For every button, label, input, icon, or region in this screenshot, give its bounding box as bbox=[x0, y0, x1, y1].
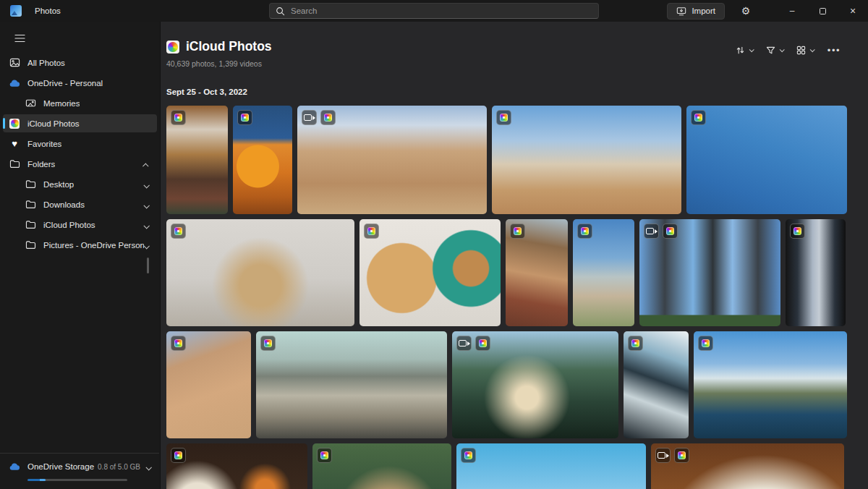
all-photos-icon bbox=[9, 57, 20, 69]
sidebar-item-icloud-photos[interactable]: iCloud Photos bbox=[3, 114, 157, 132]
search-placeholder: Search bbox=[291, 7, 317, 15]
chevron-down-icon[interactable] bbox=[144, 198, 148, 211]
video-badge-icon bbox=[644, 224, 659, 239]
sidebar-item-label: Folders bbox=[27, 160, 55, 169]
photo-tile-canyon-trail[interactable] bbox=[166, 331, 251, 438]
photo-tile-dinner-plate[interactable] bbox=[651, 443, 844, 489]
sidebar-item-all-photos[interactable]: All Photos bbox=[3, 54, 157, 72]
sidebar-item-onedrive-personal[interactable]: OneDrive - Personal bbox=[3, 74, 157, 92]
import-button[interactable]: Import bbox=[667, 3, 725, 20]
photo-tile-bikes-on-beach[interactable] bbox=[573, 219, 634, 326]
date-group-header: Sept 25 - Oct 3, 2022 bbox=[166, 88, 846, 96]
app-title: Photos bbox=[35, 7, 61, 15]
photo-badges bbox=[790, 224, 805, 239]
sidebar-item-favorites[interactable]: ♥ Favorites bbox=[3, 135, 157, 153]
photo-tile-eiffel-tower[interactable] bbox=[639, 219, 780, 326]
photo-tile-forest-sunbeams[interactable] bbox=[452, 331, 618, 438]
photo-tile-city-skyline[interactable] bbox=[256, 331, 447, 438]
sidebar-item-label: Pictures - OneDrive Personal bbox=[43, 241, 144, 250]
sidebar-item-pictures-onedrive[interactable]: Pictures - OneDrive Personal bbox=[3, 236, 157, 254]
photo-badges bbox=[698, 336, 713, 351]
chevron-down-icon bbox=[780, 47, 785, 52]
chevron-down-icon[interactable] bbox=[146, 460, 150, 473]
icloud-badge-icon bbox=[171, 110, 186, 125]
minimize-button[interactable]: – bbox=[777, 0, 807, 22]
photo-grid bbox=[166, 106, 847, 489]
icloud-badge-icon bbox=[674, 448, 689, 463]
photo-tile-joshua-tree-rocks[interactable] bbox=[297, 106, 487, 214]
import-icon bbox=[676, 7, 686, 16]
chevron-down-icon bbox=[810, 47, 815, 52]
photo-tile-dog-on-chair[interactable] bbox=[166, 219, 354, 326]
photo-badges bbox=[691, 110, 706, 125]
photo-tile-puppy-on-street[interactable] bbox=[506, 219, 568, 326]
photo-tile-lake-cliffs[interactable] bbox=[694, 331, 847, 438]
sidebar-item-label: All Photos bbox=[27, 59, 65, 67]
sidebar-item-memories[interactable]: Memories bbox=[3, 94, 157, 112]
hamburger-menu-button[interactable] bbox=[9, 29, 30, 48]
sidebar-item-label: Memories bbox=[43, 99, 80, 108]
photo-tile-puppy-in-forest[interactable] bbox=[312, 443, 451, 489]
photo-badges bbox=[644, 224, 678, 239]
storage-usage: 0.8 of 5.0 GB bbox=[98, 463, 140, 471]
chevron-up-icon[interactable] bbox=[144, 158, 148, 171]
icloud-badge-icon bbox=[698, 336, 713, 351]
icloud-badge-icon bbox=[171, 224, 186, 239]
sidebar-item-desktop[interactable]: Desktop bbox=[3, 175, 157, 193]
video-badge-icon bbox=[302, 110, 317, 125]
titlebar: Photos Search Import ⚙ – × bbox=[0, 0, 868, 22]
close-button[interactable]: × bbox=[838, 0, 868, 22]
icloud-badge-icon bbox=[577, 224, 592, 239]
icloud-badge-icon bbox=[496, 110, 511, 125]
photo-badges bbox=[461, 448, 476, 463]
photo-badges bbox=[510, 224, 525, 239]
photo-tile-louvre-pyramid[interactable] bbox=[786, 219, 846, 326]
photo-badges bbox=[171, 224, 186, 239]
icloud-photos-icon bbox=[9, 118, 20, 129]
photo-badges bbox=[628, 336, 643, 351]
photo-badges bbox=[260, 336, 276, 351]
chevron-down-icon[interactable] bbox=[144, 218, 148, 231]
chevron-down-icon[interactable] bbox=[144, 239, 148, 252]
onedrive-storage-panel: OneDrive Storage 0.8 of 5.0 GB bbox=[0, 453, 159, 489]
filter-icon bbox=[766, 46, 775, 55]
photo-badges bbox=[317, 448, 332, 463]
photo-tile-pizza-and-latte[interactable] bbox=[359, 219, 501, 326]
icloud-badge-icon bbox=[237, 110, 252, 125]
photo-badges bbox=[171, 110, 186, 125]
video-badge-icon bbox=[655, 448, 671, 463]
sidebar-item-icloud-photos-folder[interactable]: iCloud Photos bbox=[3, 216, 157, 234]
sort-button[interactable] bbox=[731, 41, 758, 59]
icloud-badge-icon bbox=[628, 336, 643, 351]
folder-icon bbox=[9, 158, 20, 170]
more-options-button[interactable]: ••• bbox=[822, 45, 846, 56]
heart-icon: ♥ bbox=[9, 138, 20, 150]
search-input[interactable]: Search bbox=[269, 3, 599, 19]
icloud-badge-icon bbox=[320, 110, 336, 125]
photo-tile-rocky-shoreline[interactable] bbox=[624, 331, 689, 438]
folder-icon bbox=[25, 219, 36, 231]
chevron-down-icon[interactable] bbox=[144, 178, 148, 191]
icloud-badge-icon bbox=[171, 336, 186, 351]
photo-tile-desert-joshua-trees[interactable] bbox=[492, 106, 681, 214]
photo-tile-orange-sun-mural[interactable] bbox=[233, 106, 292, 214]
photos-app-icon bbox=[10, 5, 22, 17]
sidebar-item-folders[interactable]: Folders bbox=[3, 155, 157, 173]
photo-tile-breakfast-table[interactable] bbox=[166, 443, 307, 489]
sidebar-resize-handle[interactable] bbox=[147, 258, 149, 273]
sidebar-item-downloads[interactable]: Downloads bbox=[3, 195, 157, 213]
photo-tile-brunch-plates[interactable] bbox=[166, 106, 228, 214]
folder-icon bbox=[25, 239, 36, 251]
search-icon bbox=[276, 7, 285, 16]
maximize-button[interactable] bbox=[807, 0, 838, 22]
settings-gear-icon[interactable]: ⚙ bbox=[735, 5, 757, 17]
import-label: Import bbox=[692, 7, 715, 15]
filter-button[interactable] bbox=[761, 41, 788, 59]
layout-button[interactable] bbox=[791, 41, 819, 59]
sidebar: All Photos OneDrive - Personal Memories … bbox=[0, 22, 161, 489]
photo-tile-swing-ride[interactable] bbox=[686, 106, 847, 214]
onedrive-cloud-icon bbox=[9, 77, 20, 89]
main-content: iCloud Photos 40,639 photos, 1,399 video… bbox=[161, 22, 868, 489]
photo-tile-cloudy-sky[interactable] bbox=[456, 443, 646, 489]
maximize-icon bbox=[820, 8, 826, 14]
